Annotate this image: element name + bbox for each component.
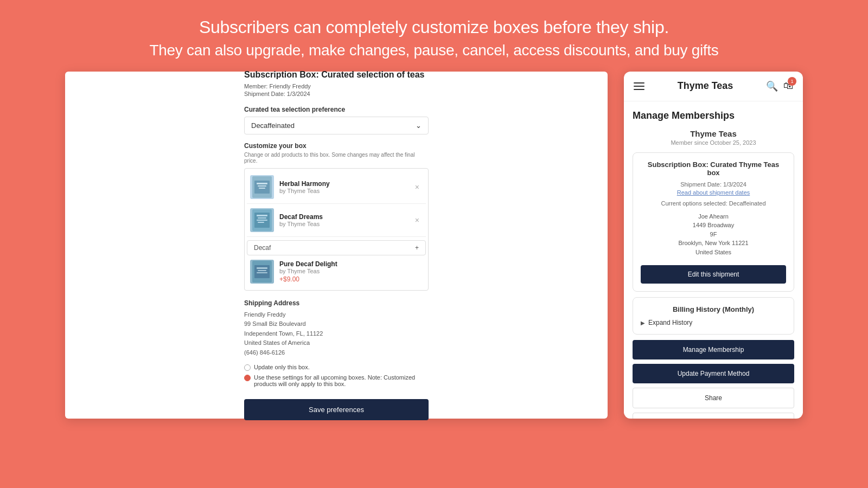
sub-options: Current options selected: Decaffeinated (641, 200, 786, 207)
address-line2: Independent Town, FL, 11122 (244, 329, 429, 339)
product-brand: by Thyme Teas (279, 188, 406, 194)
save-preferences-button[interactable]: Save preferences (244, 399, 429, 420)
svg-rect-9 (257, 220, 267, 221)
addr-country: United States (641, 248, 786, 257)
mobile-icons: 🔍 🛍 1 (766, 80, 793, 92)
radio-dot-1 (244, 364, 251, 371)
search-icon[interactable]: 🔍 (766, 80, 778, 92)
svg-rect-15 (257, 272, 267, 273)
share-button[interactable]: Share (633, 388, 794, 408)
addr-line1: 1449 Broadway (641, 221, 786, 230)
product-info: Decaf Dreams by Thyme Teas (279, 213, 406, 227)
expand-history-button[interactable]: ▶ Expand History (641, 319, 786, 326)
svg-rect-4 (259, 188, 265, 189)
product-name: Pure Decaf Delight (279, 260, 423, 268)
product-info: Pure Decaf Delight by Thyme Teas +$9.00 (279, 260, 423, 283)
hero-line2: They can also upgrade, make changes, pau… (149, 40, 718, 61)
shipment-link[interactable]: Read about shipment dates (641, 189, 786, 196)
svg-rect-7 (257, 215, 267, 216)
cart-icon-wrap[interactable]: 🛍 1 (783, 80, 793, 92)
svg-rect-1 (254, 181, 270, 194)
app-title: Thyme Teas (678, 80, 733, 92)
shipping-address: Friendly Freddy 99 Small Biz Boulevard I… (244, 310, 429, 358)
preference-dropdown[interactable]: Decaffeinated ⌄ (244, 117, 429, 134)
address-name: Friendly Freddy (244, 310, 429, 320)
member-card: Thyme Teas Member since October 25, 2023 (633, 129, 794, 146)
member-label: Member: Friendly Freddy (244, 83, 429, 89)
addr-line3: Brooklyn, New York 11221 (641, 239, 786, 248)
subscription-card: Subscription Box: Curated Thyme Teas box… (633, 152, 794, 292)
radio-item-2[interactable]: Use these settings for all upcoming boxe… (244, 374, 429, 387)
hero-line1: Subscribers can completely customize box… (149, 15, 718, 40)
page-title: Manage Memberships (633, 110, 794, 121)
cart-badge: 1 (788, 77, 796, 86)
dropdown-chevron-icon: ⌄ (416, 121, 422, 130)
svg-rect-13 (257, 267, 267, 269)
billing-card: Billing History (Monthly) ▶ Expand Histo… (633, 297, 794, 335)
discount-button[interactable]: Use Member Discount ↗ (633, 413, 794, 419)
radio-label-2: Use these settings for all upcoming boxe… (254, 374, 429, 387)
addr-line2: 9F (641, 230, 786, 239)
radio-label-1: Update only this box. (254, 364, 310, 370)
radio-dot-2 (244, 375, 251, 381)
address-phone: (646) 846-6126 (244, 348, 429, 358)
expand-arrow-icon: ▶ (641, 320, 645, 326)
hamburger-menu-icon[interactable] (634, 82, 644, 90)
edit-shipment-button[interactable]: Edit this shipment (641, 265, 786, 284)
expand-label: Expand History (648, 319, 692, 326)
products-box: Herbal Harmony by Thyme Teas × (244, 168, 429, 291)
update-payment-button[interactable]: Update Payment Method (633, 364, 794, 383)
address-block: Joe Ahearn 1449 Broadway 9F Brooklyn, Ne… (641, 212, 786, 257)
remove-product-button[interactable]: × (412, 215, 423, 226)
shipping-section: Shipping Address Friendly Freddy 99 Smal… (244, 299, 429, 358)
subscription-form: Subscription Box: Curated selection of t… (233, 59, 439, 432)
radio-item-1[interactable]: Update only this box. (244, 364, 429, 371)
member-since: Member since October 25, 2023 (633, 139, 794, 146)
svg-rect-8 (258, 217, 266, 219)
product-name: Decaf Dreams (279, 213, 406, 221)
address-line1: 99 Small Biz Boulevard (244, 319, 429, 329)
sub-card-title: Subscription Box: Curated Thyme Teas box (641, 160, 786, 177)
customize-label: Customize your box (244, 142, 429, 150)
decaf-dropdown[interactable]: Decaf + (247, 240, 426, 255)
remove-product-button[interactable]: × (412, 182, 423, 192)
svg-rect-2 (257, 183, 267, 184)
addr-name: Joe Ahearn (641, 212, 786, 221)
product-thumbnail (250, 260, 274, 284)
customize-desc: Change or add products to this box. Some… (244, 152, 429, 164)
svg-rect-3 (258, 185, 266, 187)
svg-rect-12 (254, 265, 270, 278)
product-thumbnail (250, 208, 274, 232)
panels-container: Subscription Box: Curated selection of t… (65, 72, 803, 429)
svg-rect-10 (258, 222, 264, 223)
sub-shipment-date: Shipment Date: 1/3/2024 (641, 181, 786, 188)
shipping-label: Shipping Address (244, 299, 429, 307)
dropdown-plus-icon: + (415, 244, 419, 252)
preference-value: Decaffeinated (251, 121, 295, 130)
mobile-content: Manage Memberships Thyme Teas Member sin… (624, 101, 803, 419)
product-price: +$9.00 (279, 275, 423, 283)
right-panel: Thyme Teas 🔍 🛍 1 Manage Memberships Thym… (624, 72, 803, 419)
left-panel: Subscription Box: Curated selection of t… (65, 72, 608, 419)
address-country: United States of America (244, 338, 429, 348)
product-info: Herbal Harmony by Thyme Teas (279, 180, 406, 194)
product-thumbnail (250, 175, 274, 199)
manage-membership-button[interactable]: Manage Membership (633, 340, 794, 359)
shipment-date: Shipment Date: 1/3/2024 (244, 91, 429, 97)
hamburger-line (634, 82, 644, 84)
preference-label: Curated tea selection preference (244, 106, 429, 113)
list-item: Pure Decaf Delight by Thyme Teas +$9.00 (247, 255, 426, 288)
list-item: Herbal Harmony by Thyme Teas × (247, 171, 426, 204)
member-name: Thyme Teas (633, 129, 794, 138)
list-item: Decaf Dreams by Thyme Teas × (247, 204, 426, 237)
svg-rect-14 (258, 270, 266, 271)
product-brand: by Thyme Teas (279, 221, 406, 227)
hamburger-line (634, 86, 644, 87)
hamburger-line (634, 89, 644, 90)
decaf-value: Decaf (254, 244, 271, 252)
radio-group: Update only this box. Use these settings… (244, 364, 429, 387)
product-brand: by Thyme Teas (279, 268, 423, 274)
product-name: Herbal Harmony (279, 180, 406, 188)
form-title: Subscription Box: Curated selection of t… (244, 70, 429, 80)
mobile-header: Thyme Teas 🔍 🛍 1 (624, 72, 803, 101)
